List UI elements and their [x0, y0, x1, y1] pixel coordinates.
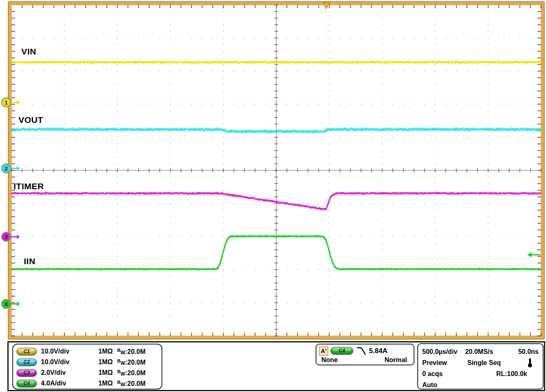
horizontal-readout-box[interactable]: 500.0µs/div 20.0MS/s 50.0ns Preview Sing… — [417, 343, 544, 390]
channel-pill-label: C2 — [23, 359, 30, 365]
horizontal-row-1: 500.0µs/div 20.0MS/s 50.0ns — [418, 346, 543, 357]
trigger-mode-label: Normal — [384, 356, 407, 364]
channel-readout-row: C2 10.0V/div 1MΩ BW:20.0M — [13, 357, 162, 367]
trace-label-iin: IIN — [24, 256, 35, 266]
channel-readout-row: C4 4.0A/div 1MΩ BW:20.0M — [13, 378, 162, 389]
sample-rate-value: 20.0MS/s — [465, 348, 518, 356]
channel-impedance: 1MΩ — [98, 358, 117, 366]
svg-text:3: 3 — [5, 234, 7, 240]
channel-readout-row: C3 2.0V/div 1MΩ BW:20.0M — [13, 367, 162, 378]
trigger-row-main: A' C4 5.84A — [316, 345, 414, 356]
resolution-value: 50.0ns — [518, 348, 539, 356]
channel-bandwidth: BW:20.0M — [117, 348, 146, 356]
falling-edge-icon — [357, 347, 366, 356]
scope-display: 1234 — [0, 0, 546, 341]
trace-label-vout: VOUT — [18, 115, 43, 125]
thermometer-icon — [527, 358, 533, 368]
channel-bandwidth: BW:20.0M — [117, 380, 146, 387]
oscilloscope-screen: { "scope": { "labels": { "ch1": "VIN", "… — [0, 0, 546, 392]
svg-text:2: 2 — [5, 165, 7, 172]
trigger-row-modes: None Normal — [316, 356, 414, 364]
trigger-holdoff-label: None — [321, 356, 338, 364]
channel-pill[interactable]: C1 — [16, 348, 37, 356]
channel-pill[interactable]: C4 — [16, 380, 37, 387]
channel-bandwidth: BW:20.0M — [117, 369, 146, 377]
channel-pill[interactable]: C3 — [16, 369, 37, 377]
trigger-readout-box[interactable]: A' C4 5.84A None Normal — [316, 344, 414, 365]
record-length-value: RL:100.0k — [467, 370, 539, 378]
thermometer-icon-wrap — [523, 358, 539, 368]
channel-scale: 10.0V/div — [41, 348, 98, 355]
channel-scale: 10.0V/div — [41, 358, 98, 366]
channel-readout-row: C1 10.0V/div 1MΩ BW:20.0M — [13, 346, 162, 357]
horizontal-row-2: Preview Single Seq — [418, 357, 543, 368]
trigger-level-value: 5.84A — [369, 347, 387, 355]
channel-pill[interactable]: C2 — [16, 358, 37, 366]
channel-impedance: 1MΩ — [98, 348, 117, 355]
svg-text:4: 4 — [5, 301, 8, 307]
channel-pill-label: C1 — [23, 349, 30, 354]
trigger-a-badge[interactable]: A' — [319, 347, 328, 356]
trigger-source-label: C4 — [339, 348, 345, 353]
channel-pill-label: C4 — [23, 381, 30, 386]
sequence-mode: Single Seq — [467, 359, 523, 367]
trace-label-itimer: ITIMER — [14, 181, 44, 191]
trace-vin — [11, 61, 541, 64]
trigger-source-pill[interactable]: C4 — [330, 347, 353, 355]
trigger-mode-auto: Auto — [422, 381, 467, 389]
acquisition-state: Preview — [422, 359, 467, 367]
channel-impedance: 1MΩ — [98, 369, 117, 376]
acquisitions-count: 0 acqs — [422, 370, 467, 378]
trace-label-vin: VIN — [21, 47, 36, 57]
channel-pill-label: C3 — [23, 370, 30, 376]
readout-panel: C1 10.0V/div 1MΩ BW:20.0M C2 10.0V/div 1… — [7, 341, 545, 391]
channel-bandwidth: BW:20.0M — [117, 358, 146, 366]
horizontal-row-4: Auto — [418, 379, 543, 390]
channel-scale: 4.0A/div — [41, 380, 98, 387]
channel-scale: 2.0V/div — [41, 369, 98, 376]
horizontal-row-3: 0 acqs RL:100.0k — [418, 368, 543, 379]
channel-readout-box[interactable]: C1 10.0V/div 1MΩ BW:20.0M C2 10.0V/div 1… — [12, 344, 162, 390]
channel-impedance: 1MΩ — [98, 380, 117, 387]
svg-text:1: 1 — [5, 100, 7, 106]
timebase-value: 500.0µs/div — [422, 348, 465, 356]
